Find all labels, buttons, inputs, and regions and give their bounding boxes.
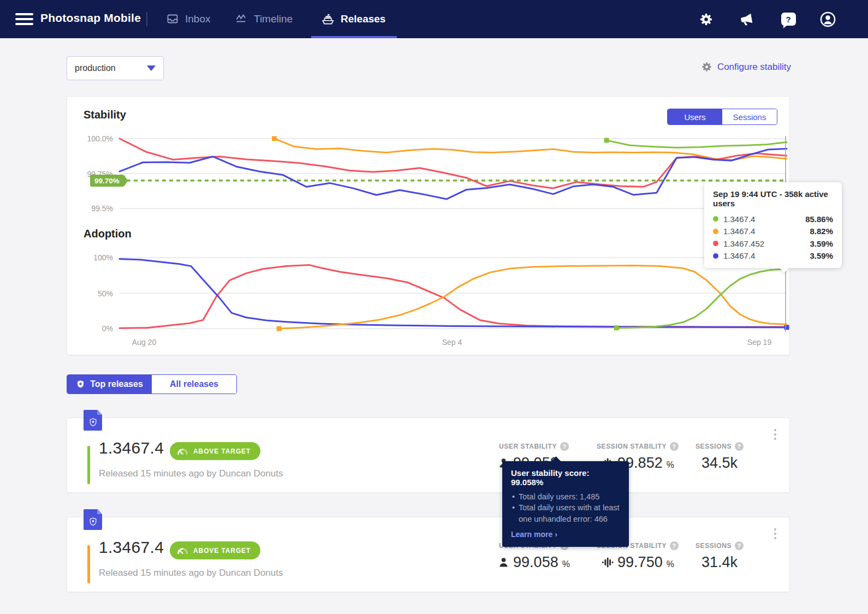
metric-label: SESSION STABILITY <box>597 443 667 450</box>
shield-star-icon <box>76 379 85 389</box>
help-circle-icon[interactable]: ? <box>560 442 569 451</box>
user-icon <box>498 557 509 568</box>
more-options-icon[interactable] <box>770 527 781 540</box>
series-value: 85.86% <box>805 214 833 224</box>
release-accent-bar <box>87 545 90 583</box>
series-value: 3.59% <box>810 239 833 248</box>
nav-tab-label: Inbox <box>185 13 210 25</box>
series-dot <box>713 241 718 246</box>
more-options-icon[interactable] <box>770 428 781 441</box>
series-dot <box>713 253 718 259</box>
tooltip-row: 1.3467.4 8.82% <box>713 225 833 238</box>
tooltip-row: 1.3467.4 85.86% <box>713 213 833 225</box>
series-value: 8.82% <box>810 226 833 236</box>
metric-value: 34.5k <box>701 455 738 472</box>
app-title: Photosnap Mobile <box>40 11 141 25</box>
series-version: 1.3467.4 <box>723 251 755 260</box>
top-releases-tab[interactable]: Top releases <box>67 375 152 394</box>
chart-hover-tooltip: Sep 19 9:44 UTC - 358k active users 1.34… <box>704 182 842 268</box>
stability-chart[interactable] <box>120 133 787 215</box>
nav-tab-releases[interactable]: Releases <box>320 0 385 38</box>
series-version: 1.3467.4 <box>723 214 755 224</box>
user-avatar-icon <box>819 11 836 28</box>
top-releases-label: Top releases <box>90 379 143 389</box>
all-releases-label: All releases <box>170 379 218 389</box>
inbox-icon <box>165 13 180 26</box>
above-target-badge: ABOVE TARGET <box>170 442 260 460</box>
help-circle-icon[interactable]: ? <box>670 541 679 550</box>
gear-icon <box>699 12 714 27</box>
toggle-sessions-button[interactable]: Sessions <box>722 109 777 124</box>
series-version: 1.3467.452 <box>723 239 764 248</box>
y-tick-label: 100% <box>67 253 113 262</box>
series-value: 3.59% <box>810 251 833 260</box>
user-stability-tooltip: User stability score: 99.058% Total dail… <box>502 461 629 547</box>
gauge-icon <box>176 447 189 455</box>
metric-label: USER STABILITY <box>499 443 557 450</box>
timeline-icon <box>235 13 248 26</box>
announcements-button[interactable] <box>738 11 754 27</box>
nav-tab-label: Timeline <box>254 13 293 25</box>
above-target-label: ABOVE TARGET <box>193 448 251 455</box>
stability-title: Stability <box>84 109 126 121</box>
release-stage-value: production <box>75 63 116 73</box>
metric-value: 99.750 <box>617 554 663 571</box>
sessions-metric: SESSIONS ? 34.5k <box>689 442 750 472</box>
metric-label: SESSIONS <box>695 542 732 550</box>
release-card[interactable]: 1.3467.4 ABOVE TARGET Released 15 minute… <box>67 517 790 592</box>
series-version: 1.3467.4 <box>723 226 755 236</box>
tooltip-row: 1.3467.4 3.59% <box>713 250 833 263</box>
release-version[interactable]: 1.3467.4 <box>99 538 164 557</box>
configure-stability-link[interactable]: Configure stability <box>701 61 791 73</box>
stability-mode-toggle: Users Sessions <box>667 109 777 125</box>
adoption-chart[interactable] <box>120 255 787 334</box>
ship-icon <box>320 12 335 26</box>
x-tick-label: Sep 19 <box>747 338 771 347</box>
top-navbar: Photosnap Mobile Inbox Timeline <box>0 0 868 38</box>
x-tick-label: Aug 20 <box>132 338 156 347</box>
y-tick-label: 0% <box>67 324 113 333</box>
release-card[interactable]: 1.3467.4 ABOVE TARGET Released 15 minute… <box>67 418 790 493</box>
chevron-down-icon <box>147 65 156 71</box>
tooltip-title: Sep 19 9:44 UTC - 358k active users <box>713 189 833 208</box>
release-accent-bar <box>87 446 90 484</box>
release-meta: Released 15 minutes ago by Duncan Donuts <box>99 568 283 579</box>
top-release-bookmark-icon <box>84 509 102 530</box>
release-list-toggle: Top releases All releases <box>67 374 237 394</box>
metric-value: 31.4k <box>701 554 738 571</box>
metric-label: SESSIONS <box>695 443 732 450</box>
sessions-pulse-icon <box>601 556 614 569</box>
y-tick-label: 99.5% <box>67 204 113 213</box>
account-button[interactable] <box>819 11 836 27</box>
above-target-badge: ABOVE TARGET <box>170 541 260 559</box>
nav-divider <box>146 12 147 26</box>
tooltip-bullets: Total daily users: 1,485 Total daily use… <box>511 491 620 524</box>
toggle-users-button[interactable]: Users <box>668 109 722 124</box>
adoption-title: Adoption <box>84 228 132 240</box>
nav-tab-label: Releases <box>341 13 385 25</box>
release-stage-dropdown[interactable]: production <box>67 56 164 80</box>
help-circle-icon[interactable]: ? <box>735 442 744 451</box>
gauge-icon <box>176 546 189 555</box>
help-icon: ? <box>781 13 796 26</box>
sessions-metric: SESSIONS ? 31.4k <box>689 541 750 571</box>
above-target-label: ABOVE TARGET <box>193 547 251 555</box>
nav-tab-timeline[interactable]: Timeline <box>235 0 293 38</box>
settings-button[interactable] <box>698 11 714 27</box>
menu-icon[interactable] <box>15 13 33 25</box>
release-meta: Released 15 minutes ago by Duncan Donuts <box>99 468 283 479</box>
all-releases-tab[interactable]: All releases <box>152 375 236 394</box>
stability-target-badge: 99.70% <box>90 175 124 187</box>
help-circle-icon[interactable]: ? <box>670 442 679 451</box>
series-dot <box>713 229 718 234</box>
series-dot <box>713 216 718 222</box>
active-tab-underline <box>311 36 397 38</box>
metric-value: 99.058 <box>513 554 558 571</box>
learn-more-link[interactable]: Learn more › <box>511 530 557 539</box>
y-tick-label: 50% <box>67 289 113 298</box>
tooltip-title: User stability score: 99.058% <box>511 468 620 487</box>
help-button[interactable]: ? <box>780 11 796 27</box>
help-circle-icon[interactable]: ? <box>735 541 744 550</box>
nav-tab-inbox[interactable]: Inbox <box>165 0 210 38</box>
release-version[interactable]: 1.3467.4 <box>99 439 164 457</box>
